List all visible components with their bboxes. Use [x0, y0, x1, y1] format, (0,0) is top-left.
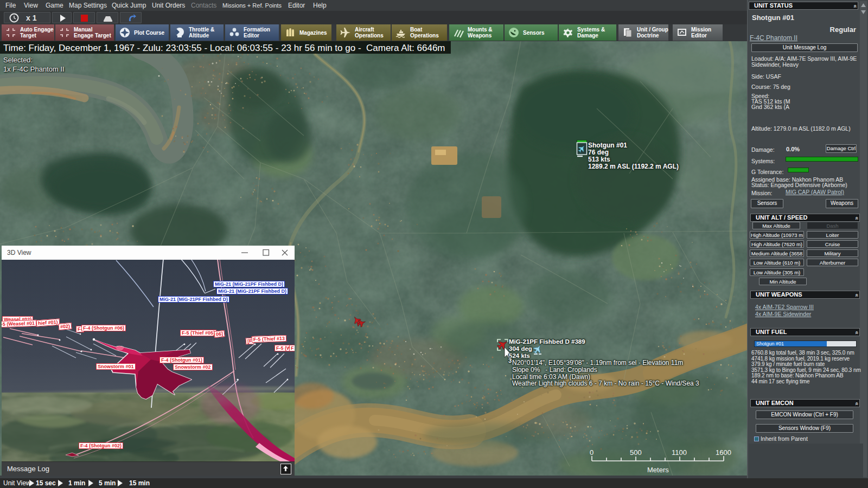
- svg-text:15 min: 15 min: [129, 479, 150, 487]
- svg-text:Meters: Meters: [647, 466, 669, 474]
- svg-text:500: 500: [630, 448, 642, 457]
- svg-text:1100: 1100: [672, 448, 687, 457]
- svg-text:0: 0: [590, 448, 593, 457]
- svg-text:1600: 1600: [716, 448, 731, 457]
- svg-text:15 sec: 15 sec: [36, 479, 56, 487]
- svg-text:1 min: 1 min: [68, 479, 85, 487]
- svg-text:5 min: 5 min: [99, 479, 116, 487]
- svg-text:x 1: x 1: [26, 14, 37, 22]
